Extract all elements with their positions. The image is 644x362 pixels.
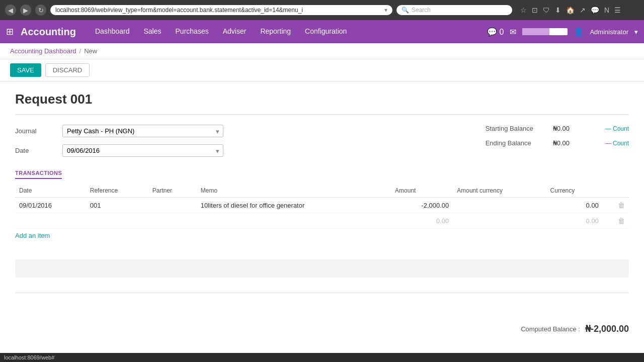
row-partner [148, 198, 197, 213]
col-actions [603, 184, 629, 198]
computed-balance-section: Computed Balance : ₦-2,000.00 [15, 293, 629, 334]
transactions-label: TRANSACTIONS [15, 170, 62, 179]
ext-icon[interactable]: N [604, 6, 609, 14]
top-nav: ⊞ Accounting Dashboard Sales Purchases A… [0, 20, 644, 43]
main-content: Request 001 Journal Petty Cash - PH (NGN… [0, 81, 644, 361]
home-icon[interactable]: 🏠 [566, 6, 575, 14]
grid-icon[interactable]: ⊞ [6, 26, 14, 37]
nav-sales[interactable]: Sales [137, 20, 169, 43]
row-amount: -2,000.00 [391, 198, 453, 213]
empty-delete[interactable]: 🗑 [603, 213, 629, 229]
discard-button[interactable]: DISCARD [45, 63, 90, 77]
download-icon[interactable]: ⬇ [555, 6, 561, 14]
nav-purchases[interactable]: Purchases [169, 20, 216, 43]
browser-icons: ☆ ⊡ 🛡 ⬇ 🏠 ↗ 💬 N ☰ [520, 6, 621, 14]
delete-icon[interactable]: 🗑 [618, 201, 625, 209]
url-bar[interactable]: localhost:8069/web#view_type=form&model=… [50, 5, 392, 15]
mail-icon[interactable]: ✉ [510, 27, 516, 37]
empty-currency: 0.00 [546, 213, 603, 229]
footer-bar [15, 259, 629, 278]
starting-balance-label: Starting Balance [486, 125, 546, 132]
menu-icon[interactable]: ☰ [614, 6, 621, 14]
form-fields: Journal Petty Cash - PH (NGN) Date 09/06… [15, 125, 629, 157]
computed-balance-label: Computed Balance : [521, 325, 580, 333]
empty-date [15, 213, 86, 229]
row-memo: 10liters of diesel for office generator [197, 198, 391, 213]
col-amount-currency: Amount currency [453, 184, 546, 198]
action-bar: SAVE DISCARD [0, 59, 644, 81]
journal-select[interactable]: Petty Cash - PH (NGN) [62, 125, 223, 137]
browser-search-placeholder: Search [412, 7, 431, 14]
ending-balance-row: Ending Balance ₦0.00 — Count [486, 139, 629, 147]
ending-balance-label: Ending Balance [486, 139, 546, 147]
chevron-down-icon: ▾ [384, 7, 387, 14]
row-currency: 0.00 [546, 198, 603, 213]
col-amount: Amount [391, 184, 453, 198]
empty-memo [197, 213, 391, 229]
browser-search-bar[interactable]: 🔍 Search [396, 5, 512, 15]
transactions-section: TRANSACTIONS Date Reference Partner Memo… [15, 169, 629, 239]
add-item-link[interactable]: Add an item [15, 232, 50, 239]
chat-icon[interactable]: 💬 [591, 6, 599, 14]
progress-bar [522, 28, 568, 35]
computed-balance-value: ₦-2,000.00 [585, 323, 629, 334]
starting-balance-count[interactable]: — Count [605, 125, 629, 132]
url-text: localhost:8069/web#view_type=form&model=… [55, 7, 382, 14]
status-url: localhost:8069/web# [4, 354, 54, 360]
nav-adviser[interactable]: Adviser [216, 20, 254, 43]
browser-chrome: ◀ ▶ ↻ localhost:8069/web#view_type=form&… [0, 0, 644, 20]
admin-label[interactable]: Administrator [590, 28, 628, 36]
breadcrumb-parent[interactable]: Accounting Dashboard [10, 47, 76, 55]
save-button[interactable]: SAVE [10, 63, 41, 77]
breadcrumb: Accounting Dashboard / New [0, 43, 644, 59]
nav-configuration[interactable]: Configuration [298, 20, 354, 43]
table-empty-row[interactable]: 0.00 0.00 🗑 [15, 213, 629, 229]
form-left: Journal Petty Cash - PH (NGN) Date 09/06… [15, 125, 223, 157]
footer-spacer [15, 239, 629, 254]
row-delete[interactable]: 🗑 [603, 198, 629, 213]
date-select[interactable]: 09/06/2016 [62, 144, 223, 157]
breadcrumb-current: New [84, 47, 97, 55]
top-nav-right: 💬 0 ✉ 👤 Administrator ▾ [487, 27, 638, 37]
back-button[interactable]: ◀ [5, 5, 16, 16]
progress-fill [522, 28, 549, 35]
col-currency: Currency [546, 184, 603, 198]
shield-icon[interactable]: 🛡 [543, 6, 550, 14]
col-partner: Partner [148, 184, 197, 198]
empty-partner [148, 213, 197, 229]
form-right: Starting Balance ₦0.00 — Count Ending Ba… [486, 125, 629, 157]
brand-name[interactable]: Accounting [21, 26, 76, 38]
nav-reporting[interactable]: Reporting [253, 20, 298, 43]
col-reference: Reference [86, 184, 148, 198]
bookmark-icon[interactable]: ⊡ [532, 6, 538, 14]
breadcrumb-separator: / [79, 47, 82, 55]
row-date: 09/01/2016 [15, 198, 86, 213]
ending-balance-value: ₦0.00 [553, 139, 598, 147]
status-bar: localhost:8069/web# [0, 353, 644, 361]
form-title: Request 001 [15, 92, 629, 115]
row-reference: 001 [86, 198, 148, 213]
empty-reference [86, 213, 148, 229]
star-icon[interactable]: ☆ [520, 6, 527, 14]
forward-button[interactable]: ▶ [20, 5, 31, 16]
journal-label: Journal [15, 127, 55, 135]
top-nav-menu: Dashboard Sales Purchases Adviser Report… [88, 20, 487, 43]
admin-icon: 👤 [574, 27, 584, 37]
journal-row: Journal Petty Cash - PH (NGN) [15, 125, 223, 137]
empty-delete-icon[interactable]: 🗑 [618, 217, 625, 225]
journal-select-wrapper: Petty Cash - PH (NGN) [62, 125, 223, 137]
starting-balance-row: Starting Balance ₦0.00 — Count [486, 125, 629, 132]
refresh-button[interactable]: ↻ [35, 5, 46, 16]
admin-chevron-icon[interactable]: ▾ [634, 28, 638, 36]
col-memo: Memo [197, 184, 391, 198]
ending-balance-count[interactable]: — Count [605, 140, 629, 147]
starting-balance-value: ₦0.00 [553, 125, 598, 132]
search-icon: 🔍 [401, 7, 409, 14]
arrow-icon[interactable]: ↗ [580, 6, 586, 14]
table-row[interactable]: 09/01/2016 001 10liters of diesel for of… [15, 198, 629, 213]
nav-dashboard[interactable]: Dashboard [88, 20, 137, 43]
row-amount-currency [453, 198, 546, 213]
chat-notifications-icon[interactable]: 💬 0 [487, 27, 504, 37]
empty-amount-currency [453, 213, 546, 229]
transactions-table: Date Reference Partner Memo Amount Amoun… [15, 184, 629, 229]
